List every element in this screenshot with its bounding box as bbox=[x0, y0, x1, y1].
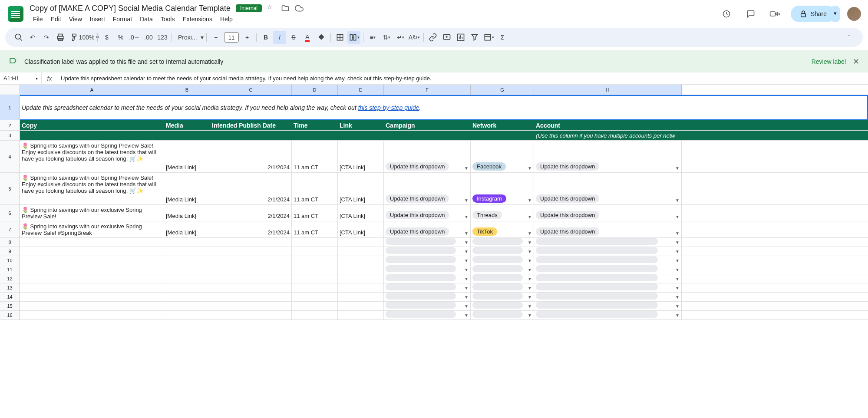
account-dropdown[interactable]: ▼ bbox=[534, 302, 682, 310]
bold-icon[interactable]: B bbox=[259, 31, 272, 44]
menu-edit[interactable]: Edit bbox=[47, 14, 65, 24]
merge-cells-icon[interactable]: ▾ bbox=[347, 31, 360, 44]
close-icon[interactable]: ✕ bbox=[853, 57, 859, 66]
cell-copy[interactable]: 🌷 Spring into savings with our Spring Pr… bbox=[20, 141, 164, 172]
header-account[interactable]: Account bbox=[534, 120, 682, 130]
cell-date[interactable]: 2/1/2024 bbox=[210, 205, 292, 221]
borders-icon[interactable] bbox=[333, 31, 347, 44]
menu-help[interactable]: Help bbox=[217, 14, 236, 24]
sheets-logo[interactable] bbox=[7, 5, 24, 23]
row-header[interactable]: 12 bbox=[0, 274, 20, 283]
cell[interactable] bbox=[338, 265, 384, 274]
cell-time[interactable]: 11 am CT bbox=[292, 205, 338, 221]
cell[interactable] bbox=[338, 238, 384, 247]
cell-date[interactable]: 2/1/2024 bbox=[210, 221, 292, 237]
row-header[interactable]: 7 bbox=[0, 221, 20, 238]
percent-icon[interactable]: % bbox=[114, 31, 127, 44]
filter-icon[interactable] bbox=[468, 31, 481, 44]
header-date[interactable]: Intended Publish Date bbox=[210, 120, 292, 130]
cell-time[interactable]: 11 am CT bbox=[292, 173, 338, 204]
header-link[interactable]: Link bbox=[338, 120, 384, 130]
account-dropdown[interactable]: Update this dropdown▼ bbox=[534, 205, 682, 221]
cell[interactable] bbox=[338, 274, 384, 283]
menu-data[interactable]: Data bbox=[136, 14, 156, 24]
zoom-select[interactable]: 100% ▾ bbox=[82, 31, 95, 44]
cell[interactable] bbox=[164, 265, 210, 274]
user-avatar[interactable] bbox=[847, 7, 861, 21]
cell[interactable] bbox=[338, 293, 384, 301]
campaign-dropdown[interactable]: ▼ bbox=[384, 293, 471, 301]
cloud-status-icon[interactable] bbox=[295, 4, 304, 13]
menu-view[interactable]: View bbox=[66, 14, 86, 24]
cell[interactable] bbox=[164, 256, 210, 265]
campaign-dropdown[interactable]: ▼ bbox=[384, 256, 471, 265]
network-dropdown[interactable]: TikTok▼ bbox=[471, 221, 534, 237]
network-dropdown[interactable]: ▼ bbox=[471, 265, 534, 274]
account-dropdown[interactable]: Update this dropdown▼ bbox=[534, 173, 682, 204]
col-header[interactable]: A bbox=[20, 85, 164, 95]
comments-icon[interactable] bbox=[742, 5, 759, 23]
network-dropdown[interactable]: ▼ bbox=[471, 283, 534, 292]
italic-icon[interactable]: I bbox=[273, 31, 286, 44]
campaign-dropdown[interactable]: Update this dropdown▼ bbox=[384, 141, 471, 172]
cell[interactable] bbox=[20, 302, 164, 310]
row-header[interactable]: 9 bbox=[0, 247, 20, 256]
cell[interactable] bbox=[210, 247, 292, 256]
insert-chart-icon[interactable] bbox=[454, 31, 467, 44]
row-header[interactable]: 15 bbox=[0, 302, 20, 311]
cell[interactable] bbox=[164, 293, 210, 301]
formula-bar[interactable]: Update this spreadsheet calendar to meet… bbox=[57, 75, 868, 82]
row-header[interactable]: 16 bbox=[0, 311, 20, 320]
account-dropdown[interactable]: ▼ bbox=[534, 293, 682, 301]
account-dropdown[interactable]: ▼ bbox=[534, 265, 682, 274]
header-campaign[interactable]: Campaign bbox=[384, 120, 471, 130]
cell[interactable] bbox=[210, 293, 292, 301]
cell[interactable] bbox=[20, 274, 164, 283]
menu-insert[interactable]: Insert bbox=[86, 14, 109, 24]
cell-copy[interactable]: 🌷 Spring into savings with our exclusive… bbox=[20, 205, 164, 221]
network-dropdown[interactable]: ▼ bbox=[471, 302, 534, 310]
account-dropdown[interactable]: ▼ bbox=[534, 256, 682, 265]
cell[interactable] bbox=[20, 293, 164, 301]
cell-media[interactable]: [Media Link] bbox=[164, 141, 210, 172]
cell[interactable] bbox=[210, 311, 292, 319]
cell[interactable] bbox=[210, 265, 292, 274]
cell-link[interactable]: [CTA Link] bbox=[338, 173, 384, 204]
col-header[interactable]: G bbox=[471, 85, 534, 95]
table-row[interactable]: Update this spreadsheet calendar to meet… bbox=[20, 95, 868, 120]
account-dropdown[interactable]: Update this dropdown▼ bbox=[534, 221, 682, 237]
cell[interactable] bbox=[292, 293, 338, 301]
guide-link[interactable]: this step-by-step guide bbox=[358, 104, 419, 111]
cell[interactable] bbox=[292, 238, 338, 247]
cell[interactable] bbox=[338, 302, 384, 310]
row-header[interactable]: 11 bbox=[0, 265, 20, 274]
account-dropdown[interactable]: ▼ bbox=[534, 247, 682, 256]
valign-icon[interactable]: ⇅ ▾ bbox=[380, 31, 393, 44]
cell-media[interactable]: [Media Link] bbox=[164, 221, 210, 237]
increase-decimal-icon[interactable]: .00 bbox=[142, 31, 155, 44]
decrease-font-icon[interactable]: − bbox=[209, 31, 222, 44]
history-icon[interactable] bbox=[718, 5, 735, 23]
cell-link[interactable]: [CTA Link] bbox=[338, 141, 384, 172]
row-header[interactable]: 2 bbox=[0, 120, 20, 131]
text-color-icon[interactable]: A bbox=[301, 31, 314, 44]
network-dropdown[interactable]: ▼ bbox=[471, 247, 534, 256]
network-dropdown[interactable]: Instagram▼ bbox=[471, 173, 534, 204]
cell[interactable] bbox=[164, 274, 210, 283]
redo-icon[interactable]: ↷ bbox=[40, 31, 53, 44]
col-header[interactable]: D bbox=[292, 85, 338, 95]
cell[interactable] bbox=[20, 283, 164, 292]
network-dropdown[interactable]: ▼ bbox=[471, 238, 534, 247]
currency-icon[interactable]: $ bbox=[100, 31, 113, 44]
network-dropdown[interactable]: Threads▼ bbox=[471, 205, 534, 221]
row-header[interactable]: 14 bbox=[0, 293, 20, 302]
decrease-decimal-icon[interactable]: .0← bbox=[128, 31, 141, 44]
cell-media[interactable]: [Media Link] bbox=[164, 173, 210, 204]
cell[interactable] bbox=[338, 247, 384, 256]
campaign-dropdown[interactable]: ▼ bbox=[384, 238, 471, 247]
font-select[interactable]: Proxi... ▾ bbox=[175, 31, 204, 44]
share-dropdown[interactable]: ▾ bbox=[830, 6, 840, 22]
row-header[interactable]: 6 bbox=[0, 205, 20, 221]
header-network[interactable]: Network bbox=[471, 120, 534, 130]
cell-link[interactable]: [CTA Link] bbox=[338, 221, 384, 237]
